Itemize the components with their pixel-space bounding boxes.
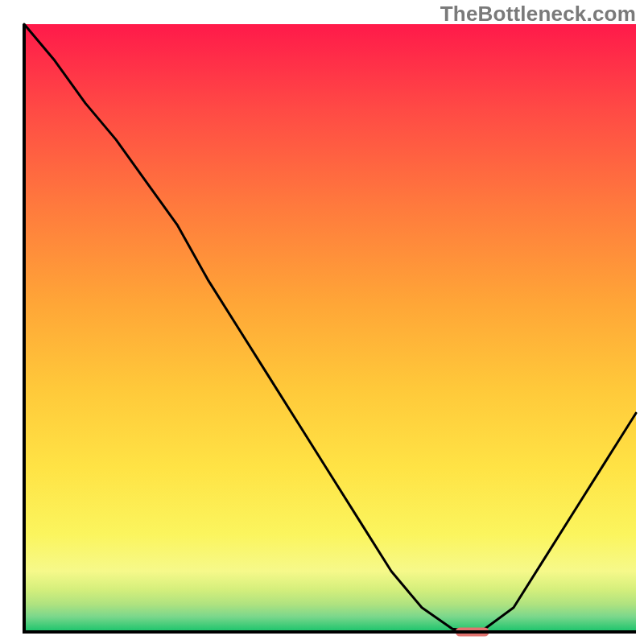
chart-container: TheBottleneck.com [0,0,644,644]
watermark-label: TheBottleneck.com [440,2,636,27]
bottleneck-chart [0,0,644,644]
plot-background [24,24,636,632]
